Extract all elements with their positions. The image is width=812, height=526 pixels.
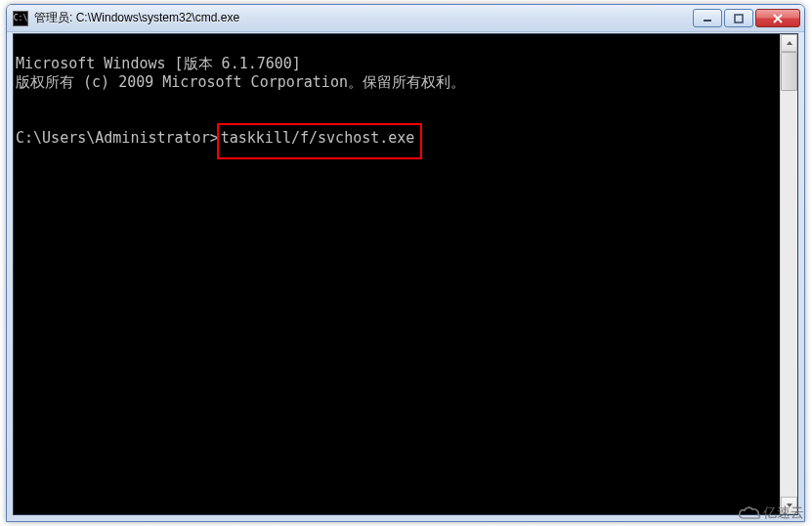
console-line-version: Microsoft Windows [版本 6.1.7600] bbox=[16, 55, 778, 73]
typed-command: taskkill/f/svchost.exe bbox=[221, 129, 415, 147]
command-highlight: taskkill/f/svchost.exe bbox=[217, 123, 423, 159]
svg-rect-1 bbox=[735, 15, 743, 22]
scroll-thumb[interactable] bbox=[781, 52, 797, 91]
watermark-text: 亿速云 bbox=[763, 504, 804, 522]
scroll-up-button[interactable] bbox=[781, 34, 797, 52]
titlebar[interactable]: C:\ 管理员: C:\Windows\system32\cmd.exe bbox=[7, 5, 804, 32]
cmd-window: C:\ 管理员: C:\Windows\system32\cmd.exe Mic… bbox=[6, 4, 805, 522]
watermark: 亿速云 bbox=[738, 504, 804, 522]
client-area: Microsoft Windows [版本 6.1.7600]版权所有 (c) … bbox=[13, 33, 798, 515]
minimize-button[interactable] bbox=[693, 9, 722, 27]
prompt-path: C:\Users\Administrator> bbox=[16, 129, 219, 148]
close-button[interactable] bbox=[755, 9, 800, 27]
cloud-icon bbox=[738, 505, 759, 521]
console-line-copyright: 版权所有 (c) 2009 Microsoft Corporation。保留所有… bbox=[16, 73, 778, 92]
cmd-icon: C:\ bbox=[13, 11, 28, 26]
vertical-scrollbar[interactable] bbox=[780, 34, 797, 514]
maximize-button[interactable] bbox=[724, 9, 753, 27]
svg-rect-0 bbox=[704, 20, 711, 22]
window-title: 管理员: C:\Windows\system32\cmd.exe bbox=[34, 10, 693, 26]
console-output[interactable]: Microsoft Windows [版本 6.1.7600]版权所有 (c) … bbox=[14, 34, 780, 514]
window-controls bbox=[693, 9, 800, 27]
prompt-line: C:\Users\Administrator>taskkill/f/svchos… bbox=[16, 129, 778, 159]
